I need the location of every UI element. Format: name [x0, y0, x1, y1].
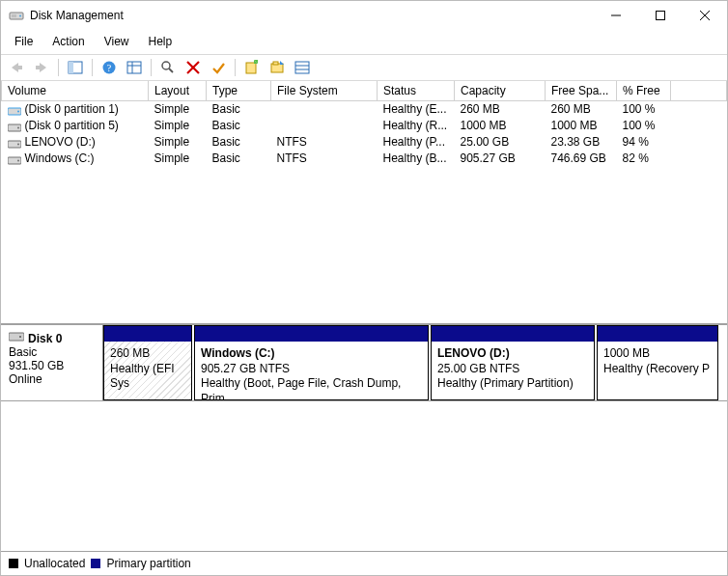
disk-info[interactable]: Disk 0 Basic 931.50 GB Online: [1, 325, 103, 400]
title-bar: Disk Management: [1, 1, 727, 30]
window-controls: [594, 1, 727, 30]
drive-icon: [8, 105, 21, 115]
volume-pctfree: 100 %: [617, 101, 671, 118]
partition-box[interactable]: 260 MBHealthy (EFI Sys: [103, 325, 192, 400]
volume-pctfree: 94 %: [617, 134, 671, 151]
volume-free: 260 MB: [546, 101, 617, 118]
back-button: [5, 57, 28, 78]
partition-box[interactable]: LENOVO (D:)25.00 GB NTFSHealthy (Primary…: [431, 325, 595, 400]
volume-free: 23.38 GB: [546, 134, 617, 151]
legend: Unallocated Primary partition: [1, 551, 727, 575]
col-capacity[interactable]: Capacity: [455, 81, 546, 101]
volume-table[interactable]: Volume Layout Type File System Status Ca…: [1, 81, 727, 167]
col-pctfree[interactable]: % Free: [617, 81, 671, 101]
show-hide-tree-button[interactable]: [64, 57, 87, 78]
disk-size: 931.50 GB: [9, 359, 95, 372]
partition-box[interactable]: Windows (C:)905.27 GB NTFSHealthy (Boot,…: [194, 325, 429, 400]
svg-point-38: [17, 159, 19, 161]
svg-rect-2: [12, 14, 16, 17]
svg-rect-28: [295, 62, 309, 73]
primary-swatch: [91, 559, 100, 568]
table-row[interactable]: Windows (C:)SimpleBasicNTFSHealthy (B...…: [2, 151, 727, 167]
svg-marker-7: [12, 63, 18, 72]
volume-layout: Simple: [149, 101, 207, 118]
svg-line-19: [169, 69, 173, 72]
table-row[interactable]: (Disk 0 partition 1)SimpleBasicHealthy (…: [2, 101, 727, 118]
svg-text:?: ?: [107, 63, 112, 73]
volume-type: Basic: [207, 101, 271, 118]
help-button[interactable]: ?: [98, 57, 121, 78]
partition-strip: 260 MBHealthy (EFI SysWindows (C:)905.27…: [103, 325, 727, 400]
partition-bar: [104, 326, 191, 342]
apply-button[interactable]: [207, 57, 230, 78]
volume-status: Healthy (R...: [378, 118, 455, 134]
delete-button[interactable]: [182, 57, 205, 78]
menu-file[interactable]: File: [7, 33, 41, 50]
table-row[interactable]: LENOVO (D:)SimpleBasicNTFSHealthy (P...2…: [2, 134, 727, 151]
svg-point-18: [162, 62, 170, 69]
col-fs[interactable]: File System: [271, 81, 378, 101]
partition-bar: [432, 326, 594, 342]
svg-rect-4: [657, 12, 665, 20]
volume-fs: [271, 101, 378, 118]
menu-action[interactable]: Action: [44, 33, 92, 50]
svg-point-36: [17, 143, 19, 145]
svg-marker-9: [40, 63, 46, 72]
legend-unallocated: Unallocated: [24, 557, 85, 570]
forward-button: [30, 57, 53, 78]
volume-free: 1000 MB: [546, 118, 617, 134]
volume-status: Healthy (B...: [378, 151, 455, 167]
close-button[interactable]: [683, 1, 727, 30]
menu-bar: File Action View Help: [1, 30, 727, 54]
drive-icon: [8, 154, 21, 164]
drive-icon: [8, 122, 21, 131]
col-free[interactable]: Free Spa...: [546, 81, 617, 101]
col-type[interactable]: Type: [207, 81, 271, 101]
col-status[interactable]: Status: [378, 81, 455, 101]
volume-capacity: 25.00 GB: [455, 134, 546, 151]
volume-status: Healthy (P...: [378, 134, 455, 151]
disk-row[interactable]: Disk 0 Basic 931.50 GB Online 260 MBHeal…: [1, 324, 727, 401]
svg-marker-27: [280, 61, 284, 65]
svg-rect-10: [36, 66, 40, 69]
table-row[interactable]: (Disk 0 partition 5)SimpleBasicHealthy (…: [2, 118, 727, 134]
list-button[interactable]: [291, 57, 314, 78]
settings-button[interactable]: [123, 57, 146, 78]
volume-name: LENOVO (D:): [25, 135, 96, 149]
svg-point-34: [17, 126, 19, 128]
app-icon: [9, 8, 24, 23]
volume-name: Windows (C:): [25, 151, 95, 165]
svg-point-1: [19, 15, 21, 17]
volume-free: 746.69 GB: [546, 151, 617, 167]
partition-size: 25.00 GB NTFS: [437, 362, 588, 377]
menu-help[interactable]: Help: [141, 33, 181, 50]
col-layout[interactable]: Layout: [149, 81, 207, 101]
find-button[interactable]: [156, 57, 180, 78]
volume-capacity: 905.27 GB: [455, 151, 546, 167]
volume-capacity: 1000 MB: [455, 118, 546, 134]
minimize-button[interactable]: [594, 1, 638, 30]
menu-view[interactable]: View: [97, 33, 137, 50]
drive-icon: [8, 138, 21, 148]
col-spacer: [671, 81, 727, 101]
svg-rect-8: [18, 66, 22, 69]
partition-status: Healthy (EFI Sys: [110, 362, 185, 392]
volume-fs: NTFS: [271, 134, 378, 151]
new-button[interactable]: [240, 57, 264, 78]
partition-box[interactable]: 1000 MBHealthy (Recovery P: [597, 325, 718, 400]
disk-graphical-pane: Disk 0 Basic 931.50 GB Online 260 MBHeal…: [1, 324, 727, 551]
window-title: Disk Management: [30, 9, 594, 22]
volume-table-header[interactable]: Volume Layout Type File System Status Ca…: [2, 81, 727, 101]
partition-bar: [195, 326, 428, 342]
legend-primary: Primary partition: [106, 557, 190, 570]
volume-pctfree: 100 %: [617, 118, 671, 134]
volume-name: (Disk 0 partition 5): [25, 119, 119, 132]
svg-rect-39: [9, 333, 24, 341]
partition-status: Healthy (Primary Partition): [437, 376, 588, 392]
volume-list-pane: Volume Layout Type File System Status Ca…: [1, 81, 727, 324]
col-volume[interactable]: Volume: [2, 81, 149, 101]
attach-button[interactable]: [266, 57, 289, 78]
volume-type: Basic: [207, 151, 271, 167]
maximize-button[interactable]: [638, 1, 683, 30]
volume-capacity: 260 MB: [455, 101, 546, 118]
